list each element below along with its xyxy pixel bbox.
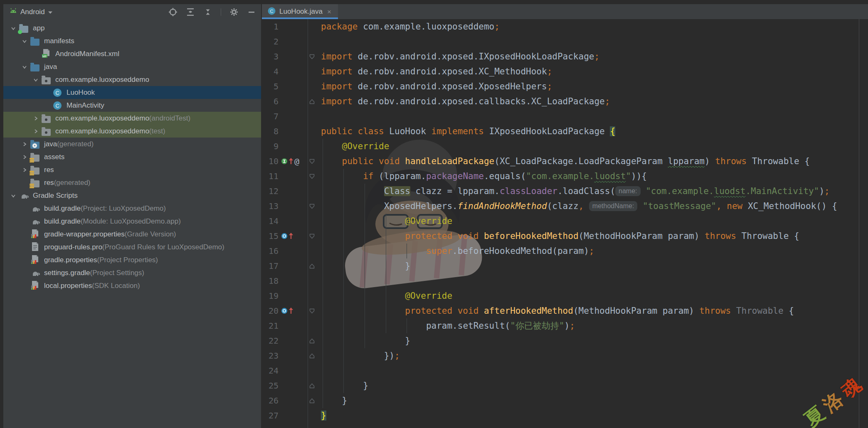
fold-marker-up-icon[interactable] (309, 258, 315, 273)
code-line-19[interactable]: 19 @Override (262, 288, 868, 303)
code-line-25[interactable]: 25 } (262, 378, 868, 393)
tree-item-settings-gradle[interactable]: settings.gradle (Project Settings) (3, 266, 261, 279)
locate-icon[interactable] (168, 7, 178, 17)
tab-close-icon[interactable]: × (327, 8, 331, 15)
code-line-16[interactable]: 16 super.beforeHookedMethod(param); (262, 244, 868, 258)
fold-marker-down-icon[interactable] (309, 154, 315, 169)
code-line-3[interactable]: 3import de.robv.android.xposed.IXposedHo… (262, 49, 868, 64)
tree-item-suffix: (generated) (57, 140, 94, 148)
tree-item-assets[interactable]: assets (3, 150, 261, 163)
tree-item-manifests[interactable]: manifests (3, 34, 261, 47)
code-text: super.beforeHookedMethod(param); (321, 244, 594, 258)
tree-item-mainactivity[interactable]: CMainActivity (3, 99, 261, 112)
code-line-6[interactable]: 6import de.robv.android.xposed.callbacks… (262, 94, 868, 109)
tree-item-label: proguard-rules.pro (44, 243, 102, 251)
implements-method-gutter-icon[interactable]: @ (281, 154, 299, 169)
tree-item-gradle-scripts[interactable]: Gradle Scripts (3, 189, 261, 202)
code-line-21[interactable]: 21 param.setResult("你已被劫持"); (262, 318, 868, 333)
chevron-down-icon[interactable] (30, 77, 42, 82)
project-view-selector[interactable]: Android (9, 7, 53, 17)
overrides-method-gutter-icon[interactable] (281, 229, 293, 244)
code-line-26[interactable]: 26 } (262, 393, 868, 408)
code-line-22[interactable]: 22 } (262, 333, 868, 348)
collapse-all-icon[interactable] (203, 7, 212, 17)
line-number: 23 (262, 348, 279, 363)
fold-marker-down-icon[interactable] (309, 303, 315, 318)
code-line-15[interactable]: 15 protected void beforeHookedMethod(Met… (262, 229, 868, 244)
chevron-right-icon[interactable] (19, 142, 30, 147)
code-line-18[interactable]: 18 (262, 273, 868, 288)
code-line-7[interactable]: 7 (262, 109, 868, 124)
overrides-method-gutter-icon[interactable] (281, 303, 293, 318)
code-line-2[interactable]: 2 (262, 34, 868, 49)
tree-item-java[interactable]: java (generated) (3, 138, 261, 150)
code-line-23[interactable]: 23 }); (262, 348, 868, 363)
tree-item-label: res (44, 166, 54, 174)
chevron-down-icon[interactable] (19, 64, 30, 69)
fold-marker-up-icon[interactable] (309, 378, 315, 393)
scrollbar-track-border[interactable] (859, 19, 859, 428)
code-line-4[interactable]: 4import de.robv.android.xposed.XC_Method… (262, 64, 868, 79)
chevron-down-icon[interactable] (7, 26, 19, 31)
code-line-13[interactable]: 13 XposedHelpers.findAndHookMethod(clazz… (262, 199, 868, 214)
code-line-14[interactable]: 14 @Override (262, 214, 868, 229)
fold-marker-up-icon[interactable] (309, 348, 315, 363)
code-line-8[interactable]: 8public class LuoHook implements IXposed… (262, 124, 868, 139)
fold-marker-down-icon[interactable] (309, 229, 315, 244)
chevron-down-icon[interactable] (19, 39, 30, 44)
fold-marker-up-icon[interactable] (309, 333, 315, 348)
tree-item-androidmanifest-xml[interactable]: MFAndroidManifest.xml (3, 47, 261, 60)
tree-item-app[interactable]: app (3, 22, 261, 34)
tree-item-com-example-luoxposeddemo[interactable]: com.example.luoxposeddemo (3, 73, 261, 86)
tree-item-label: build.gradle (44, 204, 81, 213)
code-text: @Override (321, 214, 452, 229)
settings-gear-icon[interactable] (229, 7, 239, 17)
chevron-down-icon[interactable] (7, 193, 19, 198)
tree-item-suffix: (ProGuard Rules for LuoXposedDemo) (102, 243, 224, 251)
tree-item-label: gradle.properties (44, 256, 97, 264)
code-line-12[interactable]: 12 Class clazz = lpparam.classLoader.loa… (262, 184, 868, 199)
code-line-1[interactable]: 1package com.example.luoxposeddemo; (262, 19, 868, 34)
tree-item-res[interactable]: res (3, 163, 261, 176)
tree-item-suffix: (Gradle Version) (125, 230, 176, 239)
properties-file-icon (30, 281, 40, 290)
fold-marker-down-icon[interactable] (309, 169, 315, 184)
chevron-right-icon[interactable] (19, 167, 30, 172)
tree-item-suffix: (Module: LuoXposedDemo.app) (81, 217, 181, 226)
tab-luohook-java[interactable]: C LuoHook.java × (262, 4, 338, 19)
tree-item-com-example-luoxposeddemo[interactable]: com.example.luoxposeddemo (androidTest) (3, 112, 261, 125)
fold-marker-up-icon[interactable] (309, 94, 315, 109)
code-line-10[interactable]: 10@ public void handleLoadPackage(XC_Loa… (262, 154, 868, 169)
hide-panel-icon[interactable] (247, 7, 256, 17)
code-editor: 1package com.example.luoxposeddemo;23imp… (262, 19, 868, 428)
chevron-right-icon[interactable] (30, 116, 42, 121)
chevron-right-icon[interactable] (30, 129, 42, 134)
code-line-11[interactable]: 11 if (lpparam.packageName.equals("com.e… (262, 169, 868, 184)
tree-item-com-example-luoxposeddemo[interactable]: com.example.luoxposeddemo (test) (3, 125, 261, 138)
fold-marker-down-icon[interactable] (309, 49, 315, 64)
folder-generated-icon (30, 140, 40, 149)
line-number: 5 (262, 79, 279, 94)
code-line-20[interactable]: 20 protected void afterHookedMethod(Meth… (262, 303, 868, 318)
tree-item-label: com.example.luoxposeddemo (55, 114, 149, 123)
code-line-27[interactable]: 27} (262, 408, 868, 423)
fold-marker-up-icon[interactable] (309, 393, 315, 408)
fold-marker-down-icon[interactable] (309, 199, 315, 214)
code-line-24[interactable]: 24 (262, 363, 868, 378)
folder-res-icon (30, 178, 40, 187)
tree-item-res[interactable]: res (generated) (3, 176, 261, 189)
tree-item-proguard-rules-pro[interactable]: proguard-rules.pro (ProGuard Rules for L… (3, 241, 261, 253)
expand-all-icon[interactable] (186, 7, 195, 17)
tree-item-gradle-properties[interactable]: gradle.properties (Project Properties) (3, 253, 261, 266)
code-line-9[interactable]: 9 @Override (262, 139, 868, 154)
chevron-right-icon[interactable] (19, 155, 30, 160)
tree-item-label: local.properties (44, 282, 92, 290)
tree-item-luohook[interactable]: CLuoHook (3, 86, 261, 99)
tree-item-build-gradle[interactable]: build.gradle (Project: LuoXposedDemo) (3, 202, 261, 215)
tree-item-local-properties[interactable]: local.properties (SDK Location) (3, 279, 261, 292)
code-line-17[interactable]: 17 } (262, 258, 868, 273)
tree-item-gradle-wrapper-properties[interactable]: gradle-wrapper.properties (Gradle Versio… (3, 228, 261, 241)
tree-item-java[interactable]: java (3, 60, 261, 73)
code-line-5[interactable]: 5import de.robv.android.xposed.XposedHel… (262, 79, 868, 94)
tree-item-build-gradle[interactable]: build.gradle (Module: LuoXposedDemo.app) (3, 215, 261, 228)
